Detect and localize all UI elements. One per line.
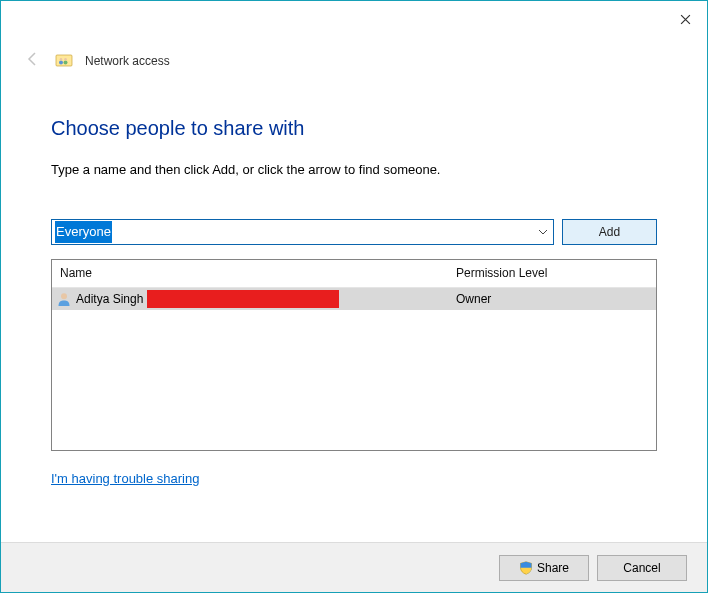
content-area: Choose people to share with Type a name … (1, 77, 707, 542)
cell-name: Aditya Singh (52, 290, 448, 308)
name-input-value: Everyone (55, 221, 112, 243)
name-input-row: Everyone Add (51, 219, 657, 245)
back-arrow-icon (23, 51, 43, 72)
svg-point-5 (61, 293, 67, 299)
share-button[interactable]: Share (499, 555, 589, 581)
page-subtext: Type a name and then click Add, or click… (51, 162, 657, 177)
svg-point-4 (64, 58, 67, 61)
svg-rect-0 (56, 55, 72, 66)
titlebar (1, 1, 707, 37)
svg-point-2 (64, 61, 68, 65)
column-header-name[interactable]: Name (52, 260, 448, 287)
shield-icon (519, 561, 533, 575)
redacted-block (147, 290, 339, 308)
svg-point-3 (60, 58, 63, 61)
page-heading: Choose people to share with (51, 117, 657, 140)
user-icon (56, 291, 72, 307)
cancel-button[interactable]: Cancel (597, 555, 687, 581)
people-table: Name Permission Level Aditya Singh Owner (51, 259, 657, 451)
footer: Share Cancel (1, 542, 707, 592)
network-access-icon (55, 52, 73, 70)
table-header: Name Permission Level (52, 260, 656, 288)
column-header-permission[interactable]: Permission Level (448, 260, 656, 287)
add-button[interactable]: Add (562, 219, 657, 245)
user-name: Aditya Singh (76, 292, 143, 306)
table-row[interactable]: Aditya Singh Owner (52, 288, 656, 310)
svg-point-1 (59, 61, 63, 65)
name-input[interactable]: Everyone (52, 220, 533, 244)
close-icon[interactable] (677, 11, 693, 27)
name-combobox[interactable]: Everyone (51, 219, 554, 245)
header-row: Network access (1, 37, 707, 77)
cell-permission: Owner (448, 292, 656, 306)
table-body: Aditya Singh Owner (52, 288, 656, 450)
chevron-down-icon[interactable] (533, 220, 553, 244)
trouble-sharing-link[interactable]: I'm having trouble sharing (51, 471, 199, 486)
window-title: Network access (85, 54, 170, 68)
share-button-label: Share (537, 561, 569, 575)
